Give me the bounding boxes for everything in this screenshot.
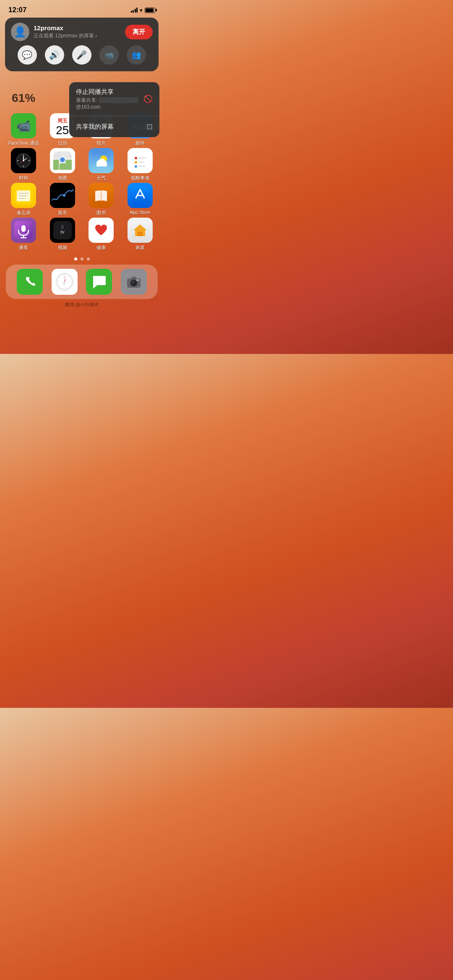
photos-label: 照片 [96, 140, 106, 146]
svg-text:tv: tv [60, 229, 64, 235]
safari-icon: N [52, 269, 78, 295]
svg-text:N: N [64, 276, 66, 278]
dock-camera[interactable] [117, 269, 151, 295]
avatar: 👤 [11, 23, 29, 41]
svg-point-24 [135, 161, 137, 164]
dock-phone[interactable] [13, 269, 47, 295]
app-notes[interactable]: 备忘录 [6, 183, 41, 216]
dock-safari[interactable]: N [47, 269, 82, 295]
message-button[interactable]: 💬 [18, 45, 37, 65]
svg-rect-20 [96, 163, 107, 166]
app-health[interactable]: 健康 [84, 218, 118, 251]
svg-rect-25 [138, 161, 144, 163]
podcasts-label: 播客 [19, 244, 28, 251]
shareplay-banner: 👤 12promax 正在观看 12promax 的屏幕 › 离开 💬 🔊 🎤 … [5, 18, 159, 71]
battery-percentage: 61% [12, 91, 35, 105]
person-icon: 👤 [14, 26, 26, 38]
messages-icon [86, 269, 112, 295]
svg-point-11 [23, 160, 24, 161]
app-row-2: 时钟 地图 [4, 148, 159, 181]
blurred-email: ████ [99, 97, 138, 103]
page-dots [0, 257, 164, 260]
app-maps[interactable]: 地图 [45, 148, 80, 181]
books-icon [89, 183, 114, 208]
cal-day: 周五 [57, 117, 68, 125]
control-row: 💬 🔊 🎤 📹 👥 [11, 41, 153, 66]
app-row-3: 备忘录 股市 [4, 183, 159, 216]
cal-date: 25 [56, 125, 69, 136]
facetime-icon: 📹 [11, 113, 36, 138]
weather-label: 天气 [96, 175, 106, 181]
svg-point-65 [132, 282, 133, 283]
phone-icon [17, 269, 43, 295]
maps-icon [50, 148, 75, 173]
facetime-label: FaceTime 通话 [8, 140, 39, 146]
camera-icon: 📹 [104, 50, 114, 60]
screen-share-icon: ⊡ [146, 122, 153, 131]
svg-point-37 [63, 194, 65, 197]
app-clock[interactable]: 时钟 [6, 148, 41, 181]
dock: N [6, 265, 158, 299]
stop-share-item[interactable]: 停止同播共享 屏幕共享· ████ @163.com 🚫 [69, 82, 159, 116]
battery-icon [145, 8, 155, 13]
status-bar: 12:07 ▾ [0, 0, 164, 16]
reminders-icon [128, 148, 153, 173]
app-books[interactable]: 图书 [84, 183, 118, 216]
home-icon [128, 218, 153, 243]
stop-share-sub: 屏幕共享· ████ @163.com [76, 97, 139, 110]
app-podcasts[interactable]: 播客 [6, 218, 41, 251]
health-label: 健康 [96, 244, 106, 251]
app-weather[interactable]: 天气 [84, 148, 118, 181]
stocks-label: 股市 [58, 210, 67, 216]
homekit-label: 家庭 [135, 244, 145, 251]
svg-rect-21 [131, 151, 149, 170]
app-homekit[interactable]: 家庭 [123, 218, 157, 251]
reminders-label: 提醒事项 [131, 175, 149, 181]
signal-icon [131, 8, 138, 13]
svg-rect-67 [131, 277, 136, 279]
stop-share-title: 停止同播共享 [76, 88, 139, 96]
appstore-icon [128, 183, 153, 208]
device-name: 12promax [34, 24, 97, 31]
svg-point-51 [139, 234, 141, 235]
app-tv[interactable]:  tv 视频 [45, 218, 80, 251]
calendar-label: 日历 [58, 140, 67, 146]
camera-button[interactable]: 📹 [99, 45, 119, 65]
dock-messages[interactable] [82, 269, 116, 295]
maps-label: 地图 [58, 175, 67, 181]
page-dot-2 [81, 257, 83, 260]
app-appstore[interactable]: App Store [123, 183, 157, 216]
svg-rect-66 [136, 279, 139, 281]
banner-top: 👤 12promax 正在观看 12promax 的屏幕 › 离开 [11, 23, 153, 41]
banner-text: 12promax 正在观看 12promax 的屏幕 › [34, 24, 97, 39]
appstore-label: App Store [130, 210, 150, 215]
shareplay-button[interactable]: 👥 [127, 45, 146, 65]
weather-icon [89, 148, 114, 173]
speaker-button[interactable]: 🔊 [45, 45, 64, 65]
battery-fill [146, 8, 154, 12]
health-icon [89, 218, 114, 243]
leave-button[interactable]: 离开 [125, 25, 153, 39]
shareplay-icon: 👥 [132, 50, 141, 60]
status-time: 12:07 [8, 6, 26, 14]
share-screen-title: 共享我的屏幕 [76, 123, 114, 131]
app-row-4: 播客  tv 视频 [4, 218, 159, 251]
mail-label: 邮件 [135, 140, 145, 146]
app-reminders[interactable]: 提醒事项 [123, 148, 157, 181]
camera-app-icon [121, 269, 147, 295]
page-dot-1 [74, 257, 77, 260]
microphone-button[interactable]: 🎤 [72, 45, 91, 65]
svg-rect-27 [138, 166, 145, 167]
svg-rect-31 [18, 195, 27, 196]
svg-rect-30 [18, 193, 29, 194]
books-label: 图书 [96, 210, 106, 216]
watermark: 微博 @小白测评 [0, 299, 164, 310]
app-stocks[interactable]: 股市 [45, 183, 80, 216]
wifi-icon: ▾ [140, 7, 143, 13]
status-icons: ▾ [131, 7, 156, 13]
svg-rect-32 [18, 198, 25, 199]
app-facetime[interactable]: 📹 FaceTime 通话 [6, 113, 41, 146]
share-screen-item[interactable]: 共享我的屏幕 ⊡ [69, 116, 159, 137]
tv-icon:  tv [50, 218, 75, 243]
svg-rect-23 [138, 157, 146, 159]
